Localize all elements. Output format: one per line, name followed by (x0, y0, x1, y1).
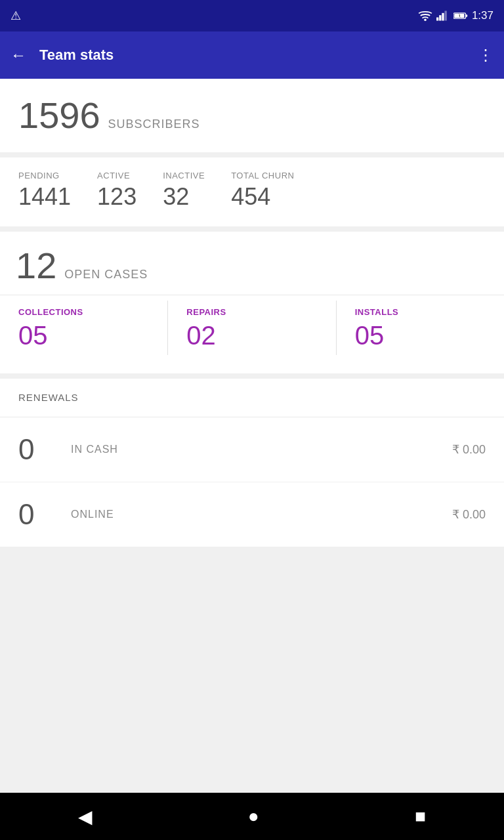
stat-total-churn-value: 454 (231, 183, 294, 211)
stat-inactive: INACTIVE 32 (163, 171, 205, 211)
stat-inactive-value: 32 (163, 183, 205, 211)
open-cases-count: 12 (16, 247, 56, 284)
renewals-header: RENEWALS (0, 379, 504, 417)
back-button[interactable]: ← (10, 46, 26, 64)
stats-row: PENDING 1441 ACTIVE 123 INACTIVE 32 TOTA… (18, 171, 486, 211)
breakdown-collections: COLLECTIONS 05 (0, 301, 168, 355)
stat-active-label: ACTIVE (97, 171, 136, 180)
stat-pending-value: 1441 (18, 183, 71, 211)
stats-row-card: PENDING 1441 ACTIVE 123 INACTIVE 32 TOTA… (0, 158, 504, 226)
status-time: 1:37 (472, 9, 494, 22)
cases-breakdown-row: COLLECTIONS 05 REPAIRS 02 INSTALLS 05 (0, 295, 504, 358)
breakdown-installs: INSTALLS 05 (337, 301, 504, 355)
nav-home-button[interactable]: ● (248, 806, 259, 827)
svg-rect-2 (439, 15, 441, 20)
renewals-title: RENEWALS (18, 392, 79, 403)
page-title: Team stats (39, 47, 114, 64)
renewal-online-row: 0 ONLINE ₹ 0.00 (0, 482, 504, 547)
subscribers-card: 1596 SUBSCRIBERS (0, 79, 504, 152)
signal-icon (436, 10, 450, 21)
stat-total-churn-label: TOTAL CHURN (231, 171, 294, 180)
svg-point-0 (424, 18, 427, 21)
open-cases-card: 12 OPEN CASES COLLECTIONS 05 REPAIRS 02 … (0, 232, 504, 373)
warning-icon: ⚠ (10, 9, 21, 23)
subscribers-label: SUBSCRIBERS (108, 117, 200, 131)
renewal-in-cash-row: 0 IN CASH ₹ 0.00 (0, 417, 504, 482)
renewal-in-cash-amount: ₹ 0.00 (452, 442, 486, 457)
content: 1596 SUBSCRIBERS PENDING 1441 ACTIVE 123… (0, 79, 504, 547)
open-cases-row: 12 OPEN CASES (16, 247, 488, 284)
status-bar: ⚠ 1:37 (0, 0, 504, 32)
app-bar-left: ← Team stats (10, 46, 114, 64)
status-bar-left: ⚠ (10, 9, 21, 23)
breakdown-collections-label: COLLECTIONS (18, 307, 149, 317)
svg-rect-6 (466, 14, 468, 16)
breakdown-installs-value: 05 (355, 322, 486, 348)
breakdown-repairs-value: 02 (186, 322, 317, 348)
app-bar: ← Team stats ⋮ (0, 32, 504, 79)
stat-pending: PENDING 1441 (18, 171, 71, 211)
open-cases-label: OPEN CASES (64, 268, 148, 282)
wifi-icon (418, 10, 432, 21)
nav-recent-button[interactable]: ■ (415, 806, 426, 827)
renewal-online-amount: ₹ 0.00 (452, 507, 486, 522)
subscribers-count: 1596 (18, 97, 100, 134)
breakdown-installs-label: INSTALLS (355, 307, 486, 317)
renewal-in-cash-count: 0 (18, 433, 58, 466)
open-cases-header: 12 OPEN CASES (16, 247, 488, 295)
breakdown-collections-value: 05 (18, 322, 149, 348)
bottom-nav: ◀ ● ■ (0, 793, 504, 840)
stat-total-churn: TOTAL CHURN 454 (231, 171, 294, 211)
more-options-button[interactable]: ⋮ (478, 46, 494, 64)
status-bar-right: 1:37 (418, 9, 494, 22)
battery-icon (453, 11, 468, 20)
svg-rect-3 (442, 13, 444, 21)
svg-rect-1 (436, 18, 438, 21)
breakdown-repairs: REPAIRS 02 (168, 301, 336, 355)
breakdown-repairs-label: REPAIRS (186, 307, 317, 317)
stat-inactive-label: INACTIVE (163, 171, 205, 180)
stat-active: ACTIVE 123 (97, 171, 136, 211)
stat-pending-label: PENDING (18, 171, 71, 180)
stat-active-value: 123 (97, 183, 136, 211)
svg-rect-4 (444, 11, 446, 21)
renewal-online-type: ONLINE (58, 509, 452, 520)
renewal-online-count: 0 (18, 498, 58, 531)
renewals-group: RENEWALS 0 IN CASH ₹ 0.00 0 ONLINE ₹ 0.0… (0, 379, 504, 547)
nav-back-button[interactable]: ◀ (78, 806, 93, 828)
renewal-in-cash-type: IN CASH (58, 444, 452, 455)
subscribers-row: 1596 SUBSCRIBERS (18, 97, 486, 134)
